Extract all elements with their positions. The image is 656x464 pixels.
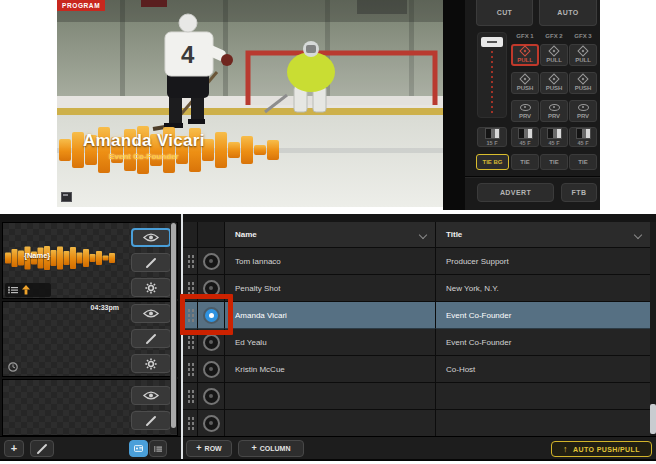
table-row[interactable]: Ed Yealu Event Co-Founder [183,329,650,356]
cut-button[interactable]: CUT [476,0,533,26]
cell-title[interactable]: Event Co-Founder [436,329,650,356]
layer-slot-lower-third[interactable]: {Name} [2,222,178,299]
diamond-icon [519,45,530,56]
cell-title[interactable]: New York, N.Y. [436,275,650,302]
layer1-visibility-button[interactable] [131,228,171,247]
layers-scrollbar[interactable] [170,222,177,434]
cell-name[interactable] [225,410,436,436]
layer2-edit-button[interactable] [131,329,171,348]
transition-wipe-icon [547,128,562,139]
gfx2-pull-button[interactable]: PULL [540,44,568,66]
drag-handle[interactable] [187,362,194,376]
thumbnail-view-icon [134,444,143,453]
cell-name[interactable] [225,383,436,410]
panel-splitter[interactable] [181,214,183,459]
gfx3-push-button[interactable]: PUSH [569,72,597,94]
layer1-edit-button[interactable] [131,253,171,272]
gfx2-push-button[interactable]: PUSH [540,72,568,94]
table-row[interactable]: Tom Iannaco Producer Support [183,248,650,275]
cell-title[interactable] [436,383,650,410]
table-row[interactable]: Penalty Shot New York, N.Y. [183,275,650,302]
layer3-visibility-button[interactable] [131,386,171,405]
table-row-selected[interactable]: Amanda Vicari Event Co-Founder [183,302,650,329]
gfx-layers-panel: {Name} [0,214,181,436]
add-layer-button[interactable]: + [4,440,24,457]
annotation-highlight-box [180,294,233,335]
thumbnail-view-button[interactable] [129,440,148,457]
drag-handle[interactable] [187,335,194,349]
gfx1-push-button[interactable]: PUSH [511,72,539,94]
add-row-button[interactable]: +ROW [186,440,232,457]
gfx1-header: GFX 1 [511,33,539,39]
chevron-down-icon[interactable] [634,231,642,239]
table-row[interactable] [183,410,650,436]
layer3-edit-button[interactable] [131,411,171,430]
fader-handle[interactable] [481,37,503,47]
eye-icon [143,391,159,400]
layer-slot-empty[interactable] [2,379,178,436]
gfx3-duration-button[interactable]: 45 F [569,127,597,147]
ftb-button[interactable]: FTB [561,183,597,202]
row-radio[interactable] [203,334,220,351]
edit-layer-button[interactable] [30,440,54,457]
drag-handle[interactable] [187,281,194,295]
drag-handle[interactable] [187,389,194,403]
cell-name[interactable]: Tom Iannaco [225,248,436,275]
gfx2-tie-button[interactable]: TIE [540,154,568,170]
gfx1-prv-button[interactable]: PRV [511,100,539,122]
pencil-icon [145,257,157,269]
table-scrollbar[interactable] [650,222,656,436]
layer1-settings-button[interactable] [131,278,171,297]
table-row[interactable]: Kristin McCue Co-Host [183,356,650,383]
gfx2-prv-button[interactable]: PRV [540,100,568,122]
preview-eye-icon [578,104,589,111]
gfx1-pull-button[interactable]: PULL [511,44,539,66]
layer2-visibility-button[interactable] [131,304,171,323]
diamond-icon [548,45,559,56]
cell-name[interactable]: Ed Yealu [225,329,436,356]
list-view-button[interactable] [149,440,167,457]
scrollbar-thumb[interactable] [171,223,176,428]
row-radio[interactable] [203,361,220,378]
layer-slot-clock[interactable]: 04:33pm [2,301,178,377]
cell-title[interactable]: Event Co-Founder [436,302,650,329]
gfx3-prv-button[interactable]: PRV [569,100,597,122]
gfx1-duration-button[interactable]: 45 F [511,127,539,147]
scrollbar-thumb[interactable] [650,404,656,434]
row-radio[interactable] [203,253,220,270]
cell-title[interactable] [436,410,650,436]
table-row[interactable] [183,383,650,410]
thumb-placeholder-text: {Name} [24,251,50,260]
drag-column-header [183,222,198,248]
clock-icon [8,362,18,372]
gfx3-header: GFX 3 [569,33,597,39]
gfx-data-table: Name Title Tom Iannaco Producer Support … [183,214,656,436]
cell-name[interactable]: Penalty Shot [225,275,436,302]
column-header-name[interactable]: Name [225,222,436,248]
row-radio[interactable] [203,388,220,405]
auto-push-pull-button[interactable]: ↑AUTO PUSH/PULL [551,441,652,457]
gfx3-tie-button[interactable]: TIE [569,154,597,170]
drag-handle[interactable] [187,254,194,268]
column-header-title[interactable]: Title [436,222,650,248]
cell-title[interactable]: Co-Host [436,356,650,383]
add-column-button[interactable]: +COLUMN [238,440,304,457]
cell-name[interactable]: Kristin McCue [225,356,436,383]
gfx3-pull-button[interactable]: PULL [569,44,597,66]
eye-icon [143,233,159,242]
advert-button[interactable]: ADVERT [477,183,554,202]
cell-name[interactable]: Amanda Vicari [225,302,436,329]
row-radio[interactable] [203,415,220,432]
auto-button[interactable]: AUTO [539,0,597,26]
cell-title[interactable]: Producer Support [436,248,650,275]
layer2-settings-button[interactable] [131,354,171,373]
pencil-icon [145,333,157,345]
fader-duration-button[interactable]: 15 F [477,127,507,147]
lower-third-thumbnail[interactable]: {Name} [5,245,123,275]
gfx1-tie-button[interactable]: TIE [511,154,539,170]
tie-bg-button[interactable]: TIE BG [476,154,509,170]
drag-handle[interactable] [187,416,194,430]
gfx2-duration-button[interactable]: 45 F [540,127,568,147]
bottom-edge [0,459,656,461]
chevron-down-icon[interactable] [419,231,427,239]
